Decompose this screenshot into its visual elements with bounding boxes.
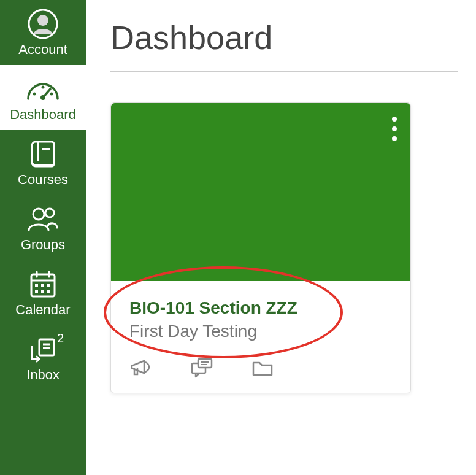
sidebar-item-groups[interactable]: Groups	[0, 195, 86, 260]
svg-point-3	[50, 93, 53, 96]
sidebar-item-label: Inbox	[26, 367, 60, 383]
svg-rect-19	[41, 290, 44, 293]
card-options-icon[interactable]	[392, 117, 397, 141]
svg-rect-18	[35, 290, 38, 293]
global-nav: Account Dashboard Courses	[0, 0, 86, 475]
sidebar-item-inbox[interactable]: 2 Inbox	[0, 325, 86, 390]
svg-point-10	[45, 209, 54, 217]
inbox-icon	[28, 334, 58, 365]
svg-rect-16	[41, 284, 44, 287]
svg-rect-17	[47, 284, 50, 287]
course-card-actions	[111, 347, 410, 393]
sidebar-item-label: Courses	[18, 172, 68, 188]
svg-point-2	[33, 93, 36, 96]
discussions-icon[interactable]	[190, 357, 214, 378]
svg-point-6	[40, 95, 45, 100]
page-title: Dashboard	[110, 18, 458, 72]
announcements-icon[interactable]	[129, 357, 153, 378]
course-card-body: BIO-101 Section ZZZ First Day Testing	[111, 281, 410, 347]
course-card-subtitle: First Day Testing	[129, 322, 392, 341]
course-card-header	[111, 103, 410, 281]
calendar-icon	[28, 269, 58, 299]
sidebar-item-calendar[interactable]: Calendar	[0, 260, 86, 325]
sidebar-item-account[interactable]: Account	[0, 0, 86, 65]
files-icon[interactable]	[251, 357, 274, 378]
svg-point-1	[37, 15, 48, 26]
svg-point-9	[33, 209, 44, 220]
svg-rect-20	[47, 290, 50, 293]
course-card[interactable]: BIO-101 Section ZZZ First Day Testing	[110, 102, 411, 393]
inbox-badge: 2	[57, 331, 64, 346]
account-avatar-icon	[28, 9, 58, 39]
course-card-title[interactable]: BIO-101 Section ZZZ	[129, 298, 392, 318]
svg-rect-8	[42, 148, 50, 150]
sidebar-item-dashboard[interactable]: Dashboard	[0, 65, 86, 130]
sidebar-item-label: Account	[18, 42, 67, 58]
sidebar-item-courses[interactable]: Courses	[0, 130, 86, 195]
people-icon	[26, 204, 60, 234]
main-content: Dashboard BIO-101 Section ZZZ First Day …	[86, 0, 476, 475]
sidebar-item-label: Dashboard	[10, 107, 76, 123]
svg-rect-25	[198, 359, 212, 368]
sidebar-item-label: Groups	[21, 237, 65, 253]
dashboard-icon	[26, 74, 60, 104]
book-icon	[29, 139, 56, 169]
sidebar-item-label: Calendar	[15, 302, 70, 318]
svg-point-4	[42, 86, 45, 89]
svg-rect-15	[35, 284, 38, 287]
